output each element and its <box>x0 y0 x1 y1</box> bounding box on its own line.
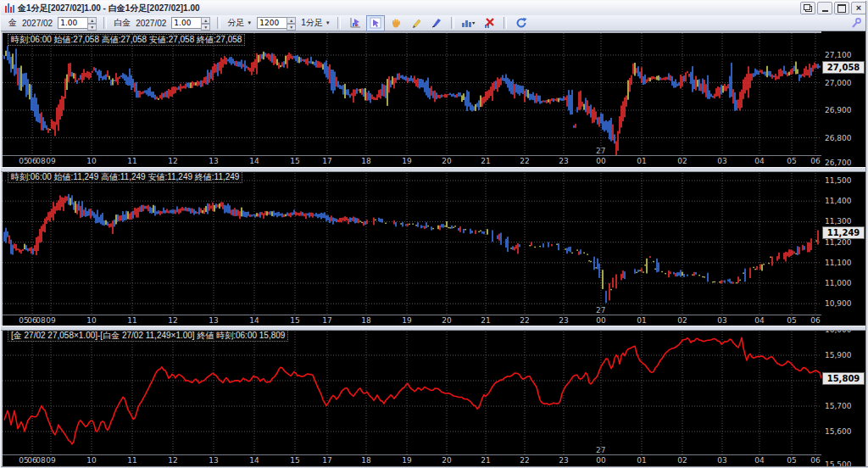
candlestick <box>782 70 783 76</box>
gold-multiplier-spinner[interactable]: ▲▼ <box>58 17 97 29</box>
candlestick <box>342 85 344 95</box>
candlestick <box>44 121 46 128</box>
candlestick <box>56 203 58 211</box>
candlestick <box>493 81 495 91</box>
bar-count-down-arrow[interactable]: ▼ <box>287 24 296 31</box>
y-axis-label: 11,200 <box>825 238 852 247</box>
candlestick <box>298 213 300 216</box>
candlestick <box>68 64 70 82</box>
candlestick <box>266 211 268 215</box>
float-window-button[interactable] <box>800 2 815 14</box>
close-button[interactable]: × <box>851 2 866 14</box>
candlestick <box>368 91 370 100</box>
spread-chart-plot[interactable]: 27 <box>3 329 821 454</box>
candlestick <box>761 70 763 74</box>
doji-mark <box>712 281 714 282</box>
candlestick <box>305 59 307 64</box>
candlestick <box>778 70 780 80</box>
candlestick <box>209 203 210 210</box>
bar-type-dropdown[interactable]: 分足 ▼ <box>227 17 252 29</box>
candlestick <box>49 211 51 221</box>
candlestick <box>724 281 726 283</box>
candlestick <box>388 76 390 92</box>
candlestick <box>490 86 492 96</box>
pane-splitter-2[interactable] <box>1 326 865 331</box>
bar-count-spinner[interactable]: ▲▼ <box>257 17 296 29</box>
candlestick <box>798 247 800 254</box>
candlestick <box>22 249 24 251</box>
chart-style-button[interactable] <box>459 15 478 31</box>
candlestick <box>295 56 297 61</box>
gold-chart-plot[interactable]: 27 <box>3 33 821 155</box>
candlestick <box>149 207 151 214</box>
candlestick <box>807 242 809 253</box>
gold-multiplier-input[interactable] <box>58 17 87 29</box>
candlestick <box>420 225 422 228</box>
platinum-multiplier-spinner[interactable]: ▲▼ <box>171 17 210 29</box>
candlestick <box>688 74 690 77</box>
candlestick <box>442 95 444 97</box>
candlestick <box>675 273 676 276</box>
doji-mark <box>665 273 666 274</box>
candlestick <box>341 86 342 89</box>
candlestick <box>332 70 334 93</box>
candlestick <box>264 53 266 56</box>
candlestick <box>139 91 141 98</box>
candlestick <box>81 73 83 82</box>
pencil-tool-button[interactable] <box>407 15 426 31</box>
minimize-button[interactable] <box>817 2 832 14</box>
bar-count-input[interactable] <box>257 17 287 29</box>
platinum-chart-plot[interactable]: 27 <box>3 170 821 315</box>
candlestick <box>378 90 380 98</box>
platinum-mult-down-arrow[interactable]: ▼ <box>201 24 210 31</box>
candlestick <box>108 75 110 79</box>
candlestick <box>58 104 59 131</box>
doji-mark <box>400 223 402 224</box>
candlestick <box>458 92 459 97</box>
candlestick <box>805 66 807 75</box>
platinum-mult-up-arrow[interactable]: ▲ <box>201 17 210 24</box>
gold-mult-up-arrow[interactable]: ▲ <box>87 17 97 24</box>
pane-splitter-1[interactable] <box>1 167 865 172</box>
candlestick <box>790 70 792 75</box>
y-axis-label: 15,600 <box>825 427 852 436</box>
maximize-button[interactable] <box>834 2 849 14</box>
pointer-tool-button[interactable] <box>366 15 385 31</box>
candlestick <box>417 222 419 227</box>
x-axis-tick-label: 19 <box>402 316 411 325</box>
candlestick <box>17 68 19 85</box>
x-axis-tick-label: 21 <box>481 316 490 325</box>
clear-chart-button[interactable] <box>480 15 498 31</box>
select-chart-tool-button[interactable] <box>346 15 364 31</box>
candlestick <box>305 213 307 219</box>
candlestick <box>605 291 607 303</box>
candlestick <box>578 92 580 110</box>
refresh-button[interactable] <box>512 15 531 31</box>
gold-mult-down-arrow[interactable]: ▼ <box>87 24 97 31</box>
candlestick <box>615 141 617 155</box>
title-bar[interactable]: 金1分足[2027/02]1.00 - 白金1分足[2027/02]1.00 × <box>1 1 868 16</box>
platinum-last-price-box: 11,249 <box>822 226 865 239</box>
candlestick <box>753 73 754 77</box>
settings-wrench-button[interactable] <box>850 17 862 29</box>
candlestick <box>634 269 636 274</box>
x-axis-tick-label: 22 <box>520 316 529 325</box>
interval-dropdown[interactable]: 1分足 ▼ <box>301 17 331 29</box>
candlestick <box>415 80 417 86</box>
x-axis-tick-label: 12 <box>168 456 177 465</box>
candlestick <box>71 72 73 76</box>
pan-hand-tool-button[interactable] <box>387 15 405 31</box>
candlestick <box>54 122 56 136</box>
doji-mark <box>409 224 410 225</box>
candlestick <box>726 86 727 91</box>
candlestick <box>551 98 553 101</box>
candlestick <box>98 217 100 223</box>
candlestick <box>90 73 92 78</box>
candlestick <box>217 63 219 76</box>
bar-count-up-arrow[interactable]: ▲ <box>287 17 296 24</box>
candlestick <box>66 197 68 201</box>
annotate-pen-tool-button[interactable] <box>427 15 446 31</box>
candlestick <box>729 76 731 98</box>
platinum-multiplier-input[interactable] <box>171 17 201 29</box>
candlestick <box>200 81 202 87</box>
